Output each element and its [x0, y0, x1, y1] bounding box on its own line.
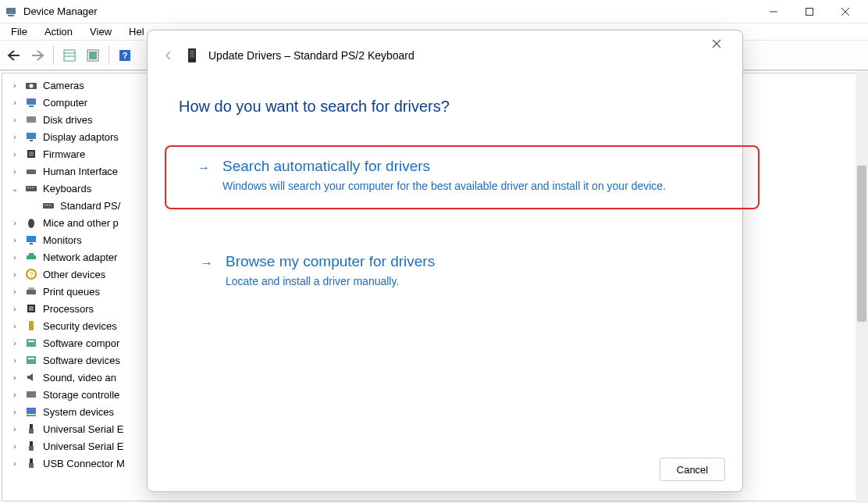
svg-rect-23	[27, 169, 36, 174]
expand-icon[interactable]: ›	[10, 305, 20, 313]
menu-view[interactable]: View	[82, 24, 119, 39]
hid-icon	[24, 164, 38, 178]
svg-rect-27	[32, 187, 34, 188]
svg-rect-57	[29, 463, 34, 468]
svg-rect-1	[8, 15, 14, 16]
close-button[interactable]	[827, 0, 863, 23]
svg-rect-15	[27, 98, 36, 105]
expand-icon[interactable]: ›	[10, 133, 20, 141]
svg-rect-20	[30, 140, 33, 141]
svg-rect-10	[89, 52, 97, 59]
tree-item-label: Other devices	[43, 269, 105, 280]
storage-icon	[24, 387, 38, 401]
dialog-body: How do you want to search for drivers? →…	[148, 80, 742, 448]
menu-file[interactable]: File	[3, 24, 35, 39]
system-icon	[24, 405, 38, 419]
expand-icon[interactable]: ›	[10, 356, 20, 365]
svg-rect-16	[29, 105, 34, 107]
svg-rect-3	[806, 8, 813, 15]
tree-item-label: Software compor	[43, 337, 119, 349]
svg-rect-31	[49, 205, 51, 205]
expand-icon[interactable]: ›	[10, 150, 20, 159]
security-icon	[24, 319, 38, 333]
svg-point-49	[34, 394, 35, 395]
expand-icon[interactable]: ›	[10, 219, 20, 227]
tree-item-label: Processors	[43, 303, 94, 315]
expand-icon[interactable]: ›	[10, 236, 20, 244]
software-icon	[24, 353, 38, 367]
expand-icon[interactable]: ›	[10, 287, 20, 296]
dialog-footer: Cancel	[148, 448, 742, 491]
tree-item-label: Cameras	[43, 80, 84, 91]
toolbar-properties-button[interactable]	[59, 45, 80, 66]
minimize-button[interactable]	[756, 0, 792, 23]
svg-rect-39	[27, 290, 36, 294]
expand-icon[interactable]: ›	[10, 425, 20, 433]
expand-icon[interactable]: ›	[10, 167, 20, 176]
window-title: Device Manager	[23, 5, 98, 17]
expand-icon[interactable]: ›	[10, 442, 20, 451]
expand-icon[interactable]: ›	[10, 98, 20, 107]
usb-icon	[24, 422, 38, 436]
expand-icon[interactable]: ›	[10, 391, 20, 399]
svg-rect-50	[27, 408, 36, 414]
expand-icon[interactable]: ›	[10, 459, 20, 468]
maximize-button[interactable]	[792, 0, 827, 23]
tree-item-label: Network adapter	[43, 251, 117, 263]
titlebar: Device Manager	[0, 0, 868, 23]
tree-item-label: Monitors	[43, 234, 82, 246]
usb-icon	[24, 456, 38, 470]
svg-rect-33	[27, 236, 36, 242]
expand-icon[interactable]: ›	[10, 270, 20, 279]
expand-icon[interactable]: ›	[10, 408, 20, 416]
scrollbar-thumb[interactable]	[857, 166, 866, 322]
expand-icon[interactable]: ›	[10, 322, 20, 330]
expand-icon[interactable]: ›	[10, 373, 20, 382]
collapse-icon[interactable]: ⌄	[10, 184, 20, 193]
tree-item-label: USB Connector M	[43, 458, 125, 469]
toolbar-help-button[interactable]: ?	[114, 45, 136, 66]
vertical-scrollbar[interactable]	[856, 72, 868, 503]
arrow-right-icon: →	[201, 256, 213, 289]
expand-icon[interactable]: ›	[10, 81, 20, 90]
option-search-automatically[interactable]: → Search automatically for drivers Windo…	[165, 145, 760, 209]
tree-item-label: Mice and other p	[43, 217, 119, 229]
update-drivers-dialog: Update Drivers – Standard PS/2 Keyboard …	[147, 30, 743, 492]
chip-icon	[24, 147, 38, 161]
cancel-button[interactable]: Cancel	[660, 458, 725, 481]
monitor-icon	[24, 233, 38, 247]
disk-icon	[24, 112, 38, 127]
dialog-back-button[interactable]	[162, 48, 176, 62]
svg-point-18	[34, 120, 35, 122]
svg-rect-36	[29, 253, 34, 255]
toolbar-separator	[53, 46, 54, 65]
svg-rect-55	[29, 446, 34, 451]
tree-item-label: Disk drives	[43, 114, 93, 126]
svg-point-32	[28, 219, 34, 228]
toolbar-forward-button[interactable]	[27, 45, 48, 66]
expand-icon[interactable]: ›	[10, 253, 20, 262]
tree-item-label: Print queues	[43, 286, 100, 298]
network-icon	[24, 250, 38, 264]
option-browse-computer[interactable]: → Browse my computer for drivers Locate …	[179, 241, 711, 305]
toolbar-refresh-button[interactable]	[82, 45, 104, 66]
tree-item-label: Software devices	[43, 355, 120, 366]
svg-rect-40	[28, 287, 34, 290]
expand-icon[interactable]: ›	[10, 339, 20, 348]
software-icon	[24, 336, 38, 350]
svg-rect-29	[44, 205, 46, 205]
cpu-icon	[24, 301, 38, 316]
display-icon	[24, 130, 38, 144]
option-title: Browse my computer for drivers	[226, 253, 689, 270]
toolbar-back-button[interactable]	[3, 45, 25, 66]
svg-rect-35	[27, 255, 36, 259]
keyboard-icon	[41, 198, 55, 212]
svg-rect-53	[29, 429, 34, 433]
dialog-close-button[interactable]	[705, 32, 728, 55]
tree-item-label: Universal Serial E	[43, 441, 123, 452]
svg-rect-28	[43, 203, 54, 209]
expand-icon[interactable]: ›	[10, 116, 20, 124]
svg-rect-24	[26, 186, 37, 191]
option-description: Windows will search your computer for th…	[222, 178, 711, 194]
menu-action[interactable]: Action	[37, 24, 80, 39]
